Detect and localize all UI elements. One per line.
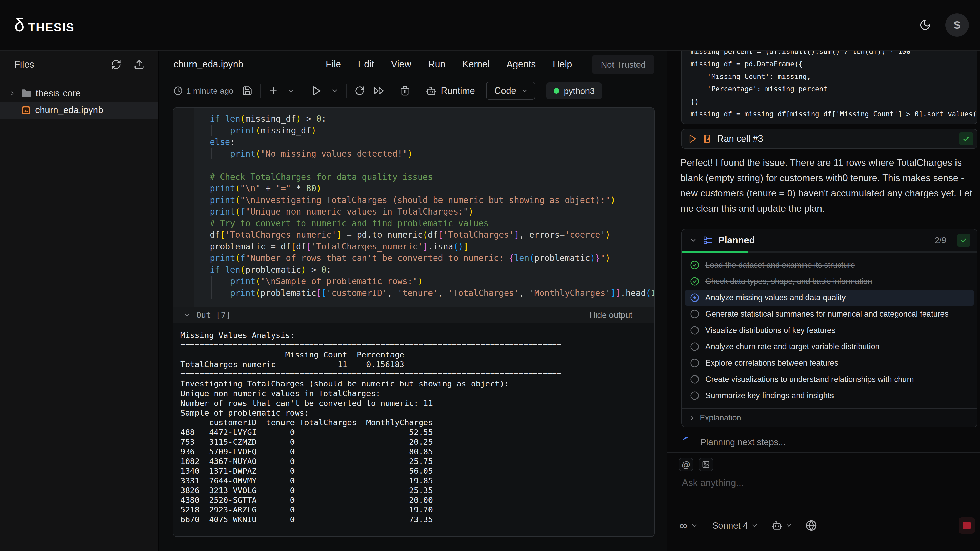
plan-item[interactable]: Generate statistical summaries for numer…: [685, 306, 974, 322]
plan-explanation-toggle[interactable]: Explanation: [682, 408, 977, 427]
collapse-output-chevron-icon[interactable]: [183, 311, 191, 319]
attach-image-button[interactable]: [699, 457, 713, 472]
web-search-toggle[interactable]: [806, 520, 817, 531]
run-dropdown[interactable]: [331, 87, 339, 95]
plan-check-badge: [957, 233, 970, 247]
trash-icon: [400, 86, 410, 96]
mention-button[interactable]: @: [679, 457, 693, 472]
chevron-down-icon: [751, 522, 758, 529]
assistant-code-block: missing = df.isnull().sum() missing_perc…: [681, 51, 977, 124]
kernel-status-dot: [554, 88, 559, 94]
code-line: problematic = df[df['TotalCharges_numeri…: [210, 241, 654, 252]
plan-items: Load the dataset and examine its structu…: [682, 253, 977, 408]
menu-view[interactable]: View: [383, 54, 420, 74]
ran-play-icon: [687, 134, 697, 144]
last-saved-indicator: 1 minute ago: [173, 86, 242, 96]
stop-icon: [963, 522, 970, 529]
code-line: print("\nInvestigating TotalCharges (sho…: [210, 194, 654, 206]
stop-generation-button[interactable]: [959, 517, 975, 534]
code-line: [210, 159, 654, 171]
plan-item[interactable]: Summarize key findings and insights: [685, 387, 974, 404]
cell-type-select[interactable]: Code: [486, 82, 535, 100]
globe-icon: [806, 520, 817, 531]
chevron-down-icon: [287, 87, 295, 95]
kernel-indicator[interactable]: python3: [546, 83, 602, 100]
plan-item[interactable]: Explore correlations between features: [685, 355, 974, 371]
plan-item[interactable]: Analyze missing values and data quality: [685, 289, 974, 306]
agent-mode-select[interactable]: [772, 520, 792, 531]
code-line: print(missing_df): [210, 125, 654, 137]
cell-output: Missing Values Analysis: ===============…: [173, 323, 654, 537]
code-line: df['TotalCharges_numeric'] = pd.to_numer…: [210, 229, 654, 241]
assistant-message: Perfect! I found the issue. There are 11…: [680, 155, 980, 216]
menu-edit[interactable]: Edit: [349, 54, 383, 74]
ran-cell-label: Ran cell #3: [717, 133, 763, 144]
plan-item-label: Explore correlations between features: [705, 358, 838, 368]
plan-progress-count: 2/9: [935, 235, 946, 245]
run-cell-button[interactable]: [311, 86, 322, 96]
avatar-initial: S: [954, 19, 961, 31]
plan-header[interactable]: Planned 2/9: [682, 229, 977, 251]
plan-item[interactable]: Visualize distributions of key features: [685, 322, 974, 338]
code-line: # Try to convert to numeric and find pro…: [210, 218, 654, 229]
plan-item-label: Check data types, shape, and basic infor…: [705, 276, 872, 286]
chevron-down-icon: [689, 236, 697, 245]
image-icon: [702, 460, 710, 468]
plan-item[interactable]: Analyze churn rate and target variable d…: [685, 338, 974, 355]
runtime-label: Runtime: [441, 86, 475, 96]
plan-item-label: Analyze missing values and data quality: [705, 293, 846, 302]
notebook-pen-icon: [702, 134, 712, 144]
plan-progress-bar: [682, 251, 977, 253]
menu-help[interactable]: Help: [544, 54, 581, 74]
menu-run[interactable]: Run: [420, 54, 454, 74]
context-mode-select[interactable]: ∞: [679, 519, 698, 532]
chevron-down-icon: [691, 522, 698, 529]
plan-title: Planned: [718, 235, 755, 246]
runtime-bot-icon: [426, 86, 437, 96]
save-button[interactable]: [242, 86, 252, 96]
notebook-cell: if len(missing_df) > 0: print(missing_df…: [173, 107, 655, 537]
dark-mode-moon-icon[interactable]: [919, 19, 931, 31]
hide-output-button[interactable]: Hide output: [589, 310, 632, 320]
plan-item[interactable]: Check data types, shape, and basic infor…: [685, 273, 974, 289]
menu-file[interactable]: File: [318, 54, 350, 74]
add-cell-button[interactable]: [268, 86, 278, 96]
chat-input[interactable]: Ask anything...: [682, 478, 744, 488]
checklist-icon: [703, 235, 713, 245]
model-select[interactable]: Sonnet 4: [712, 520, 758, 530]
plan-item[interactable]: Load the dataset and examine its structu…: [685, 257, 974, 273]
sidebar-item-thesis-core[interactable]: thesis-core: [0, 85, 158, 102]
task-todo-icon: [690, 341, 700, 352]
status-row: Planning next steps...: [682, 437, 786, 448]
add-cell-dropdown[interactable]: [287, 87, 295, 95]
code-line: print(problematic[['customerID', 'tenure…: [210, 287, 654, 299]
runtime-button[interactable]: Runtime: [426, 86, 475, 96]
code-line: if len(problematic) > 0:: [210, 264, 654, 276]
menu-agents[interactable]: Agents: [498, 54, 544, 74]
top-bar: δ THESIS S: [0, 0, 980, 51]
task-todo-icon: [690, 391, 700, 401]
sidebar-item-churn-eda-ipynb[interactable]: churn_eda.ipynb: [0, 102, 158, 119]
ran-cell-row[interactable]: Ran cell #3: [681, 129, 977, 149]
cell-gutter: [173, 108, 194, 307]
upload-file-icon[interactable]: [134, 59, 145, 70]
plan-item[interactable]: Create visualizations to understand rela…: [685, 371, 974, 387]
user-avatar[interactable]: S: [945, 13, 969, 37]
menu-kernel[interactable]: Kernel: [454, 54, 498, 74]
menu-bar: FileEditViewRunKernelAgentsHelp: [318, 54, 581, 74]
code-line: # Check TotalCharges for data quality is…: [210, 171, 654, 183]
task-todo-icon: [690, 374, 700, 384]
check-icon: [962, 135, 970, 143]
refresh-files-icon[interactable]: [111, 59, 121, 70]
delete-cell-button[interactable]: [400, 86, 410, 96]
save-icon: [242, 86, 252, 96]
composer-divider: [667, 452, 980, 453]
plan-item-label: Visualize distributions of key features: [705, 326, 835, 335]
files-header: Files: [0, 51, 158, 78]
run-all-button[interactable]: [373, 86, 384, 96]
play-icon: [311, 86, 322, 96]
delta-logo-glyph: δ: [14, 16, 24, 34]
code-line: print("\n" + "=" * 80): [210, 183, 654, 194]
restart-kernel-button[interactable]: [355, 86, 365, 96]
code-editor[interactable]: if len(missing_df) > 0: print(missing_df…: [173, 108, 654, 307]
